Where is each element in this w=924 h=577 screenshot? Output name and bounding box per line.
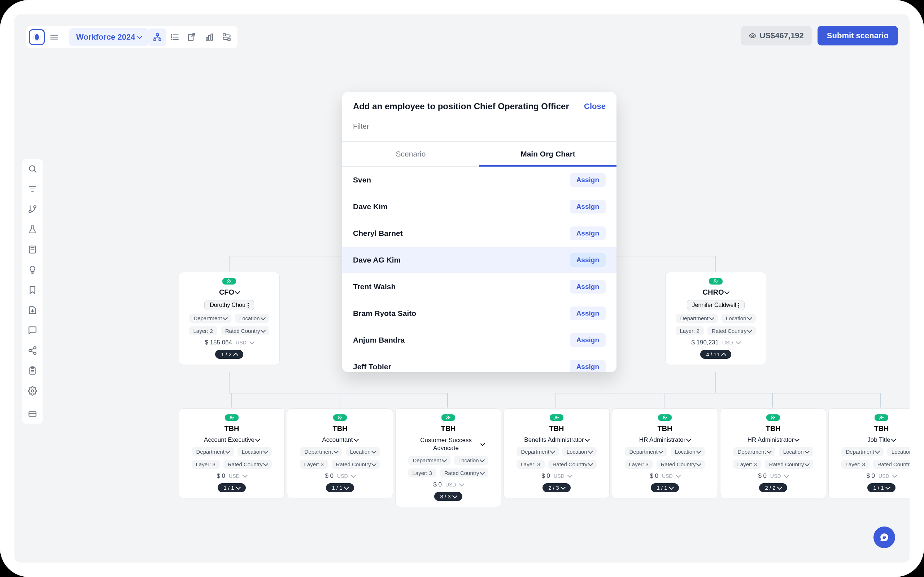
location-chip[interactable]: Location — [887, 447, 909, 456]
amount-row[interactable]: $ 0USD — [541, 472, 571, 480]
submit-scenario-button[interactable]: Submit scenario — [817, 26, 898, 45]
job-title-row[interactable]: Accountant — [322, 436, 358, 443]
assign-button[interactable]: Assign — [570, 280, 606, 293]
org-card[interactable]: TBH HR Administrator Department Location… — [720, 408, 826, 498]
department-chip[interactable]: Department — [842, 447, 883, 456]
list-view-icon[interactable] — [166, 29, 183, 46]
rated-country-chip[interactable]: Rated Country — [657, 460, 705, 469]
person-chip[interactable]: Jennifer Caldwell — [687, 300, 745, 310]
assign-button[interactable]: Assign — [570, 173, 606, 187]
add-person-badge[interactable] — [658, 414, 672, 421]
bookmark-icon[interactable] — [27, 284, 38, 296]
org-card[interactable]: TBH Job Title Department Location Layer:… — [828, 408, 909, 498]
employee-row[interactable]: Jeff Tobler Assign — [342, 353, 617, 372]
rated-country-chip[interactable]: Rated Country — [221, 326, 270, 335]
count-pill[interactable]: 2 / 3 — [543, 483, 570, 492]
amount-row[interactable]: $ 190,231USD — [691, 339, 740, 346]
job-title-row[interactable]: HR Administrator — [748, 436, 799, 443]
lab-icon[interactable] — [27, 224, 38, 235]
job-title-row[interactable]: CHRO — [703, 288, 729, 297]
tab-main-org-chart[interactable]: Main Org Chart — [479, 142, 617, 166]
file-download-icon[interactable] — [27, 305, 38, 316]
employee-list[interactable]: Sven Assign Dave Kim Assign Cheryl Barne… — [342, 167, 617, 372]
count-pill[interactable]: 4 / 11 — [700, 350, 731, 359]
import-icon[interactable] — [183, 29, 201, 46]
employee-row[interactable]: Dave AG Kim Assign — [342, 247, 617, 273]
org-card[interactable]: TBH Benefits Administrator Department Lo… — [504, 408, 610, 498]
branch-icon[interactable] — [27, 203, 38, 215]
count-pill[interactable]: 1 / 1 — [218, 483, 246, 492]
add-person-badge[interactable] — [225, 414, 239, 421]
clipboard-icon[interactable] — [27, 365, 38, 377]
job-title-row[interactable]: CFO — [219, 288, 239, 297]
location-chip[interactable]: Location — [237, 447, 272, 456]
chart-bar-icon[interactable] — [201, 29, 218, 46]
rated-country-chip[interactable]: Rated Country — [873, 460, 909, 469]
amount-row[interactable]: $ 0USD — [433, 481, 463, 488]
job-title-row[interactable]: HR Administrator — [639, 436, 690, 443]
assign-button[interactable]: Assign — [570, 253, 606, 267]
add-person-badge[interactable] — [874, 414, 888, 421]
search-icon[interactable] — [27, 163, 38, 174]
employee-row[interactable]: Sven Assign — [342, 167, 617, 193]
amount-row[interactable]: $ 0USD — [325, 472, 355, 480]
filter-icon[interactable] — [27, 183, 38, 195]
lightbulb-icon[interactable] — [27, 264, 38, 276]
job-title-row[interactable]: Customer Success Advocate — [412, 436, 485, 452]
modal-close-button[interactable]: Close — [584, 102, 606, 111]
count-pill[interactable]: 1 / 1 — [326, 483, 354, 492]
location-chip[interactable]: Location — [562, 447, 597, 456]
count-pill[interactable]: 1 / 2 — [215, 350, 243, 359]
department-chip[interactable]: Department — [625, 447, 667, 456]
assign-button[interactable]: Assign — [570, 306, 606, 320]
assign-button[interactable]: Assign — [570, 200, 606, 213]
department-chip[interactable]: Department — [517, 447, 558, 456]
location-chip[interactable]: Location — [454, 456, 488, 465]
department-chip[interactable]: Department — [676, 314, 717, 323]
count-pill[interactable]: 3 / 3 — [434, 492, 462, 501]
job-title-row[interactable]: Job Title — [867, 436, 895, 443]
org-card[interactable]: CFO Dorothy Chou Department Location Lay… — [179, 272, 280, 365]
org-card[interactable]: TBH Customer Success Advocate Department… — [395, 408, 501, 507]
tab-scenario[interactable]: Scenario — [342, 142, 479, 166]
location-chip[interactable]: Location — [346, 447, 380, 456]
department-chip[interactable]: Department — [192, 447, 234, 456]
org-chart-view-icon[interactable] — [149, 29, 166, 46]
app-logo[interactable] — [28, 29, 45, 46]
menu-icon[interactable] — [45, 29, 63, 46]
comment-icon[interactable] — [27, 324, 38, 336]
add-person-badge[interactable] — [222, 278, 236, 285]
rated-country-chip[interactable]: Rated Country — [548, 460, 597, 469]
amount-row[interactable]: $ 0USD — [216, 472, 247, 480]
share-icon[interactable] — [27, 345, 38, 356]
org-card[interactable]: CHRO Jennifer Caldwell Department Locati… — [665, 272, 766, 365]
workforce-dropdown[interactable]: Workforce 2024 — [69, 28, 149, 46]
location-chip[interactable]: Location — [235, 314, 269, 323]
employee-row[interactable]: Trent Walsh Assign — [342, 273, 617, 300]
budget-indicator[interactable]: US$467,192 — [741, 26, 812, 45]
rated-country-chip[interactable]: Rated Country — [765, 460, 814, 469]
rated-country-chip[interactable]: Rated Country — [332, 460, 380, 469]
amount-row[interactable]: $ 0USD — [866, 472, 896, 480]
department-chip[interactable]: Department — [408, 456, 450, 465]
count-pill[interactable]: 2 / 2 — [759, 483, 787, 492]
add-person-badge[interactable] — [709, 278, 723, 285]
job-title-row[interactable]: Benefits Administrator — [524, 436, 589, 443]
assign-button[interactable]: Assign — [570, 360, 606, 372]
location-chip[interactable]: Location — [670, 447, 705, 456]
add-person-badge[interactable] — [441, 414, 455, 421]
org-card[interactable]: TBH Accountant Department Location Layer… — [287, 408, 393, 498]
settings-icon[interactable] — [27, 385, 38, 397]
card-icon[interactable] — [27, 408, 38, 420]
org-card[interactable]: TBH HR Administrator Department Location… — [612, 408, 718, 498]
amount-row[interactable]: $ 0USD — [758, 472, 788, 480]
job-title-row[interactable]: Account Executive — [204, 436, 260, 443]
assign-button[interactable]: Assign — [570, 226, 606, 240]
department-chip[interactable]: Department — [189, 314, 231, 323]
employee-row[interactable]: Cheryl Barnet Assign — [342, 220, 617, 247]
assign-button[interactable]: Assign — [570, 333, 606, 347]
department-chip[interactable]: Department — [733, 447, 775, 456]
location-chip[interactable]: Location — [722, 314, 756, 323]
count-pill[interactable]: 1 / 1 — [867, 483, 895, 492]
location-chip[interactable]: Location — [779, 447, 813, 456]
